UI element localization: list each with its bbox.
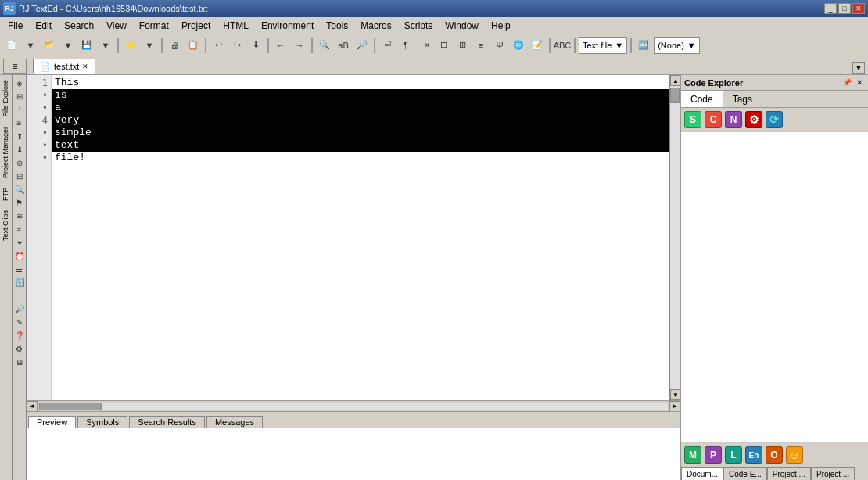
save-dropdown[interactable]: ▼ (97, 37, 114, 54)
maximize-button[interactable]: □ (838, 3, 851, 14)
menu-edit[interactable]: Edit (29, 19, 58, 33)
icon-btn-21[interactable]: ⚙ (13, 342, 26, 355)
scroll-track[interactable] (670, 86, 680, 389)
icon-btn-9[interactable]: 🔍 (13, 183, 26, 195)
doc-tab-1[interactable]: Docum... (681, 467, 723, 480)
spellcheck-button[interactable]: 📝 (529, 37, 546, 54)
icon-btn-7[interactable]: ⊕ (13, 156, 26, 169)
open-dropdown[interactable]: ▼ (59, 37, 77, 54)
icon-btn-8[interactable]: ⊟ (13, 170, 26, 182)
menu-search[interactable]: Search (58, 19, 100, 33)
favorites-dropdown[interactable]: ▼ (141, 37, 158, 54)
icon-btn-3[interactable]: ⋮ (13, 103, 26, 116)
sidebar-ftp[interactable]: FTP (0, 183, 12, 206)
save-button[interactable]: 💾 (78, 37, 95, 54)
icon-btn-20[interactable]: ❓ (13, 329, 26, 342)
menu-help[interactable]: Help (485, 19, 517, 33)
minimize-button[interactable]: _ (824, 3, 837, 14)
icon-btn-5[interactable]: ⬆ (13, 130, 26, 142)
exp-icon-smiley[interactable]: ☺ (786, 446, 803, 464)
exp-icon-p[interactable]: P (705, 446, 722, 464)
exp-icon-refresh[interactable]: ⟳ (766, 111, 783, 128)
exp-icon-o[interactable]: O (766, 446, 783, 464)
menu-window[interactable]: Window (439, 19, 485, 33)
sidebar-file-explore[interactable]: File Explore (0, 75, 12, 122)
icon-btn-13[interactable]: ✦ (13, 236, 26, 249)
exp-icon-m[interactable]: M (684, 446, 701, 464)
replace-button[interactable]: aB (335, 37, 352, 54)
new-dropdown[interactable]: ▼ (22, 37, 39, 54)
icon-btn-6[interactable]: ⬇ (13, 143, 26, 156)
new-button[interactable]: 📄 (3, 37, 20, 54)
exp-icon-l[interactable]: L (725, 446, 742, 464)
heading-button[interactable]: Ψ (491, 37, 508, 54)
tab-preview[interactable]: Preview (28, 416, 76, 428)
exp-icon-c[interactable]: C (705, 111, 722, 128)
textfile-dropdown[interactable]: Text file ▼ (579, 37, 627, 54)
h-scroll-track[interactable] (39, 403, 668, 410)
menu-environment[interactable]: Environment (255, 19, 320, 33)
close-button[interactable]: ✕ (852, 3, 865, 14)
doc-tab-2[interactable]: Code E... (723, 467, 767, 480)
undo-button[interactable]: ↩ (210, 37, 227, 54)
tab-code[interactable]: Code (681, 91, 723, 107)
wordwrap-button[interactable]: ⏎ (378, 37, 396, 54)
spell-button[interactable]: 🌐 (510, 37, 527, 54)
open-button[interactable]: 📂 (41, 37, 58, 54)
menu-view[interactable]: View (100, 19, 133, 33)
icon-btn-18[interactable]: 🔎 (13, 303, 26, 315)
explorer-close-btn[interactable]: ✕ (854, 77, 865, 88)
tab-menu-btn[interactable]: ≡ (3, 59, 27, 74)
exp-icon-n[interactable]: N (725, 111, 742, 128)
menu-format[interactable]: Format (133, 19, 175, 33)
icon-btn-14[interactable]: ⏰ (13, 249, 26, 262)
format2-button[interactable]: ⊞ (454, 37, 471, 54)
menu-macros[interactable]: Macros (354, 19, 397, 33)
tab-tags[interactable]: Tags (723, 91, 762, 107)
menu-tools[interactable]: Tools (320, 19, 354, 33)
h-scroll-thumb[interactable] (39, 403, 102, 410)
scroll-down-btn[interactable]: ▼ (670, 389, 680, 400)
tab-search-results[interactable]: Search Results (129, 416, 205, 428)
code-editor[interactable]: This is a very simple text file! (52, 75, 669, 400)
menu-file[interactable]: File (2, 19, 29, 33)
none-dropdown[interactable]: (None) ▼ (654, 37, 700, 54)
menu-html[interactable]: HTML (217, 19, 255, 33)
indent-button[interactable]: ⇥ (416, 37, 433, 54)
exp-icon-tools[interactable]: ⚙ (745, 111, 762, 128)
whitespace-button[interactable]: ¶ (397, 37, 414, 54)
print2-button[interactable]: 📋 (185, 37, 202, 54)
menu-scripts[interactable]: Scripts (398, 19, 439, 33)
explorer-pin-btn[interactable]: 📌 (841, 77, 852, 88)
h-scroll-right-btn[interactable]: ► (669, 401, 680, 412)
icon-btn-19[interactable]: ✎ (13, 316, 26, 328)
menu-project[interactable]: Project (175, 19, 217, 33)
icon-btn-4[interactable]: ≡ (13, 116, 26, 129)
tab-symbols[interactable]: Symbols (77, 416, 127, 428)
sort-button[interactable]: ⬇ (247, 37, 264, 54)
scroll-up-btn[interactable]: ▲ (670, 75, 680, 86)
nav-back[interactable]: ← (272, 37, 289, 54)
exp-icon-en[interactable]: En (745, 446, 762, 464)
favorites-button[interactable]: ⭐ (122, 37, 139, 54)
scroll-thumb[interactable] (670, 88, 680, 103)
icon-btn-17[interactable]: ⋯ (13, 289, 26, 302)
icon-btn-16[interactable]: 🔢 (13, 276, 26, 288)
tab-messages[interactable]: Messages (206, 416, 263, 428)
sidebar-text-clips[interactable]: Text Clips (0, 206, 12, 245)
tab-close-all-btn[interactable]: ▼ (852, 62, 865, 74)
icon-btn-15[interactable]: ☰ (13, 263, 26, 275)
doc-tab-3[interactable]: Project ... (767, 467, 811, 480)
tab-test-txt[interactable]: 📄 test.txt ✕ (33, 59, 95, 74)
icon-btn-22[interactable]: 🖥 (13, 356, 26, 368)
icon-btn-1[interactable]: ◈ (13, 77, 26, 89)
exp-icon-s[interactable]: S (684, 111, 701, 128)
h-scroll-left-btn[interactable]: ◄ (27, 401, 38, 412)
redo-button[interactable]: ↪ (228, 37, 246, 54)
sidebar-project-manager[interactable]: Project Manager (0, 122, 12, 183)
search2-button[interactable]: 🔎 (353, 37, 371, 54)
icon-btn-12[interactable]: ≈ (13, 223, 26, 235)
spellcheck2-button[interactable]: 🔤 (635, 37, 652, 54)
abc-button[interactable]: ABC (554, 37, 571, 54)
window-controls[interactable]: _ □ ✕ (824, 3, 865, 14)
